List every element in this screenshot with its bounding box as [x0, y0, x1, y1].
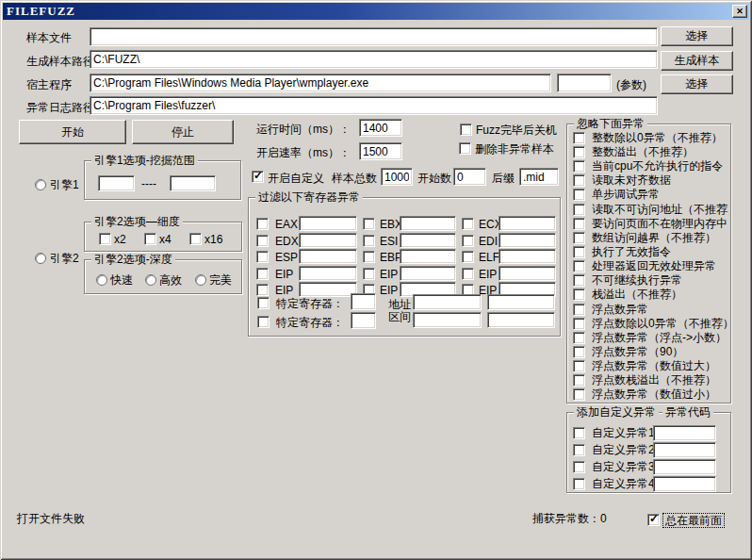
depth-perfect-radio[interactable]	[195, 274, 206, 286]
ignore-item-2-checkbox[interactable]	[573, 160, 585, 173]
ignore-item-17-checkbox[interactable]	[573, 374, 585, 387]
reg-eax-label: EAX	[275, 218, 298, 231]
reg-eax-input[interactable]	[299, 216, 357, 231]
ignore-item-13-checkbox[interactable]	[573, 318, 585, 330]
ignore-item-0-checkbox[interactable]	[573, 132, 585, 144]
ignore-item-3-checkbox[interactable]	[573, 174, 585, 187]
host-param-input[interactable]	[557, 74, 612, 92]
close-icon[interactable]: ✕	[732, 5, 747, 18]
depth-fast-label: 快速	[110, 273, 133, 287]
gen-path-input[interactable]	[90, 50, 658, 69]
address-range2-from-input[interactable]	[413, 312, 482, 328]
custom-exception-3-input[interactable]	[653, 459, 716, 475]
reg-esp-input[interactable]	[299, 249, 357, 264]
start-number-input[interactable]	[453, 168, 486, 186]
always-on-top-checkbox[interactable]	[647, 514, 660, 526]
specific-register1-input[interactable]	[351, 293, 376, 310]
log-path-input[interactable]	[90, 96, 658, 115]
choose-sample-button[interactable]: 选择	[661, 26, 733, 46]
address-range2-to-input[interactable]	[487, 312, 555, 328]
reg-esp-checkbox[interactable]	[256, 251, 269, 263]
depth-fast-radio[interactable]	[96, 274, 107, 286]
reg-eax-checkbox[interactable]	[256, 218, 269, 230]
reg-eip-c1r5-input[interactable]	[299, 282, 357, 297]
engine1-range-to-input[interactable]	[170, 175, 216, 191]
reg-eip-c1r4-input[interactable]	[299, 266, 357, 281]
title-bar[interactable]: FILEFUZZ ✕	[3, 3, 749, 20]
custom-exception-4-input[interactable]	[653, 476, 716, 492]
specific-register2-input[interactable]	[351, 312, 376, 329]
reg-eip-c3r4-checkbox[interactable]	[462, 268, 474, 280]
fineness-x16-checkbox[interactable]	[189, 233, 202, 245]
reg-ecx-checkbox[interactable]	[462, 218, 474, 230]
start-button[interactable]: 开始	[19, 120, 126, 144]
ignore-item-1-checkbox[interactable]	[573, 146, 585, 158]
suffix-input[interactable]	[519, 168, 559, 186]
delete-normal-samples-label: 删除非异常样本	[475, 142, 554, 156]
reg-ecx-input[interactable]	[499, 216, 556, 231]
ignore-item-18-checkbox[interactable]	[573, 388, 585, 401]
reg-eip-c1r5-checkbox[interactable]	[256, 284, 269, 296]
reg-eip-c3r4-input[interactable]	[499, 266, 556, 281]
reg-eip-c2r4-input[interactable]	[400, 266, 456, 281]
engine1-range-from-input[interactable]	[98, 175, 135, 191]
custom-exception-1-input[interactable]	[653, 425, 716, 441]
ignore-item-11-checkbox[interactable]	[573, 288, 585, 301]
ignore-item-9-checkbox[interactable]	[573, 260, 585, 272]
reg-elf-checkbox[interactable]	[462, 251, 474, 263]
custom-exception-2-checkbox[interactable]	[573, 444, 585, 456]
reg-edi-input[interactable]	[499, 233, 556, 248]
fineness-x2-checkbox[interactable]	[99, 233, 111, 245]
engine2-depth-title: 引擎2选项-深度	[91, 253, 175, 266]
reg-edx-checkbox[interactable]	[256, 235, 269, 247]
ignore-item-5-checkbox[interactable]	[573, 204, 585, 216]
reg-ebx-input[interactable]	[400, 216, 456, 231]
choose-host-button[interactable]: 选择	[661, 74, 733, 94]
generate-sample-button[interactable]: 生成样本	[661, 51, 733, 71]
ignore-item-4-checkbox[interactable]	[573, 189, 585, 201]
reg-eip-c1r4-checkbox[interactable]	[256, 268, 269, 280]
reg-ebx-checkbox[interactable]	[363, 218, 375, 230]
ignore-exceptions-title: 忽略下面异常	[574, 117, 647, 130]
reg-edi-checkbox[interactable]	[462, 235, 474, 247]
reg-eip-c2r4-checkbox[interactable]	[363, 268, 375, 280]
fineness-x4-checkbox[interactable]	[144, 233, 156, 245]
depth-efficient-radio[interactable]	[145, 274, 156, 286]
ignore-item-14-checkbox[interactable]	[573, 332, 585, 344]
ignore-item-10-checkbox[interactable]	[573, 274, 585, 287]
delete-normal-samples-checkbox[interactable]	[459, 142, 471, 155]
specific-register1-checkbox[interactable]	[257, 297, 270, 309]
address-range1-to-input[interactable]	[487, 294, 555, 310]
engine1-radio[interactable]	[35, 179, 46, 190]
custom-exception-4-checkbox[interactable]	[573, 478, 585, 490]
ignore-item-8-checkbox[interactable]	[573, 246, 585, 258]
ignore-item-7-checkbox[interactable]	[573, 232, 585, 244]
custom-exception-1-checkbox[interactable]	[573, 427, 585, 439]
address-range1-from-input[interactable]	[413, 294, 482, 310]
reg-esi-checkbox[interactable]	[363, 235, 375, 247]
reg-ebp-checkbox[interactable]	[363, 251, 375, 263]
engine2-fineness-groupbox: 引擎2选项—细度 x2 x4 x16	[84, 222, 242, 252]
reg-elf-input[interactable]	[499, 249, 556, 264]
reg-ebp-input[interactable]	[400, 249, 456, 264]
ignore-item-15-checkbox[interactable]	[573, 346, 585, 358]
suffix-label: 后缀	[492, 172, 515, 185]
ignore-item-6-checkbox[interactable]	[573, 218, 585, 230]
reg-esi-input[interactable]	[400, 233, 456, 248]
sample-file-input[interactable]	[90, 27, 658, 46]
stop-button[interactable]: 停止	[132, 120, 234, 144]
engine2-radio[interactable]	[35, 253, 46, 264]
reg-edx-input[interactable]	[299, 233, 357, 248]
run-time-input[interactable]	[359, 119, 402, 137]
custom-exception-3-checkbox[interactable]	[573, 461, 585, 473]
enable-custom-checkbox[interactable]	[252, 171, 264, 183]
ignore-item-16-checkbox[interactable]	[573, 360, 585, 372]
custom-exception-2-input[interactable]	[653, 442, 716, 458]
ignore-item-12-checkbox[interactable]	[573, 304, 585, 316]
sample-total-input[interactable]	[381, 168, 413, 186]
shutdown-after-fuzz-checkbox[interactable]	[460, 124, 472, 136]
specific-register2-checkbox[interactable]	[257, 316, 270, 328]
reg-eip-c1r4-label: EIP	[275, 268, 293, 281]
host-program-input[interactable]	[90, 74, 551, 92]
run-rate-input[interactable]	[359, 142, 402, 160]
